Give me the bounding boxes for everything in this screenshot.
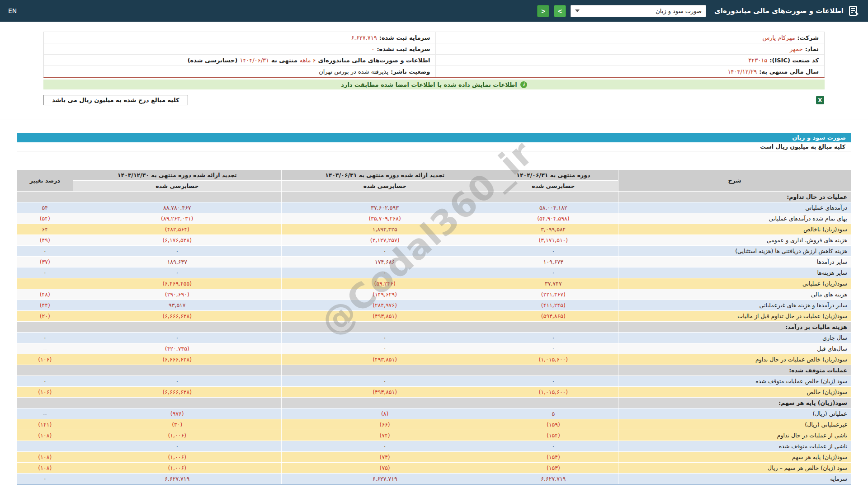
row-label: سایر درآمدها <box>618 257 851 267</box>
company-info-row: شرکت: مهرکام پارس سرمایه ثبت شده: ۶,۶۲۷,… <box>44 32 824 43</box>
value-cell <box>73 365 281 376</box>
income-statement-section: صورت سود و زیان کلیه مبالغ به میلیون ریا… <box>17 133 851 485</box>
divider <box>0 119 868 119</box>
isic-code-field: کد صنعت (ISIC): ۳۴۳۰۱۵ <box>435 55 824 66</box>
statement-row: سود(زیان) پایه هر سهم(۱۵۴)(۷۴)(۱,۰۰۶)(۱۰… <box>17 452 851 463</box>
value-cell: ۰ <box>73 267 281 278</box>
change-percent-cell: ۰ <box>17 333 73 343</box>
company-info-panel: شرکت: مهرکام پارس سرمایه ثبت شده: ۶,۶۲۷,… <box>43 32 825 78</box>
statement-row: ناشی از عملیات در حال تداوم(۱۵۴)(۷۴)(۱,۰… <box>17 430 851 441</box>
symbol-field: نماد: خمهر <box>435 43 824 54</box>
value-cell: ۵۸,۰۰۴,۱۸۲ <box>488 202 618 213</box>
value-cell: ۵ <box>488 408 618 419</box>
page-title: اطلاعات و صورت‌های مالی میاندوره‌ای <box>714 7 844 15</box>
unregistered-capital-field: سرمایه ثبت نشده: ۰ <box>44 43 435 54</box>
change-percent-cell <box>17 192 73 202</box>
registered-capital-field: سرمایه ثبت شده: ۶,۶۲۷,۷۱۹ <box>44 32 435 43</box>
value-cell: ۰ <box>488 333 618 343</box>
income-statement-table: شرح دوره منتهی به ۱۴۰۴/۰۶/۳۱ تجدید ارائه… <box>17 169 851 485</box>
value-cell: (۸) <box>281 408 488 419</box>
statement-row: ناشی از عملیات متوقف شده۰۰۰ <box>17 441 851 452</box>
company-field-label: شرکت: <box>797 34 819 41</box>
value-cell: (۷۴) <box>281 452 488 463</box>
value-cell: (۱۵۳) <box>488 463 618 474</box>
codal-logo-icon <box>848 5 860 17</box>
info-icon: i <box>520 81 527 88</box>
row-label: سود(زیان) عملیاتی <box>618 278 851 289</box>
value-cell: ۰ <box>281 333 488 343</box>
company-field-value: ۰ <box>371 46 374 52</box>
statement-row: سال جاری۰۰۰۰ <box>17 333 851 343</box>
value-cell <box>281 365 488 376</box>
change-percent-cell: (۱۴۱) <box>17 419 73 430</box>
signature-match-notice: i اطلاعات نمایش داده شده با اطلاعات امضا… <box>43 80 825 89</box>
column-header-description: شرح <box>618 170 851 192</box>
company-field-value: خمهر <box>790 46 803 52</box>
company-field-label: کد صنعت (ISIC): <box>769 57 819 64</box>
value-cell: ۱۰۹,۶۷۳ <box>488 257 618 267</box>
value-cell <box>488 322 618 333</box>
value-cell: (۳۰) <box>73 419 281 430</box>
value-cell: ۰ <box>488 441 618 452</box>
units-note-label: کلیه مبالغ درج شده به میلیون ریال می باش… <box>43 95 188 105</box>
language-toggle[interactable]: EN <box>8 7 17 14</box>
value-cell: (۵۴,۹۰۴,۵۹۸) <box>488 213 618 224</box>
change-percent-cell: ۰ <box>17 246 73 257</box>
section-header-row: عملیات در حال تداوم: <box>17 192 851 202</box>
statement-units-note: کلیه مبالغ به میلیون ریال است <box>17 142 851 151</box>
value-cell: (۶,۶۶۶,۶۲۸) <box>73 311 281 322</box>
value-cell: (۱,۰۱۵,۶۰۰) <box>488 354 618 365</box>
value-cell: (۴۱۱,۲۴۵) <box>488 300 618 311</box>
change-percent-cell: (۴۹) <box>17 235 73 246</box>
company-field-label: وضعیت ناشر: <box>391 68 430 75</box>
company-field-value: پذیرفته شده در بورس تهران <box>319 68 388 75</box>
section-header-row: سود(زیان) پایه هر سهم: <box>17 398 851 408</box>
period-date: ۱۴۰۴/۰۶/۳۱ <box>240 57 269 64</box>
value-cell: (۴۹۳,۸۵۱) <box>281 387 488 398</box>
change-percent-cell: -- <box>17 408 73 419</box>
next-statement-button[interactable]: > <box>554 5 566 17</box>
row-label: سرمایه <box>618 474 851 484</box>
excel-export-button[interactable]: X <box>816 95 825 105</box>
value-cell: (۲۹۰,۶۹۰) <box>73 289 281 300</box>
change-percent-cell: (۴۴) <box>17 300 73 311</box>
period-text: اطلاعات و صورت‌های مالی میاندوره‌ای <box>318 57 430 64</box>
value-cell: (۱۵۹) <box>488 419 618 430</box>
value-cell: (۹۷۶) <box>73 408 281 419</box>
statement-row: سایر درآمدها و هزینه های غیرعملیاتی(۴۱۱,… <box>17 300 851 311</box>
row-label: عملیات در حال تداوم: <box>618 192 851 202</box>
section-header-row: عملیات متوقف شده: <box>17 365 851 376</box>
row-label: ناشی از عملیات متوقف شده <box>618 441 851 452</box>
value-cell <box>73 398 281 408</box>
value-cell <box>281 322 488 333</box>
units-row: X کلیه مبالغ درج شده به میلیون ریال می ب… <box>43 95 825 105</box>
change-percent-cell: ۰ <box>17 474 73 484</box>
company-field-label: سرمایه ثبت نشده: <box>377 46 430 52</box>
change-percent-cell: ۵۴ <box>17 202 73 213</box>
statement-row: سود(زیان) ناخالص۳,۰۹۹,۵۸۴۱,۸۹۳,۳۲۵(۴۸۲,۵… <box>17 224 851 235</box>
value-cell: (۱,۰۱۵,۶۰۰) <box>488 387 618 398</box>
change-percent-cell: -- <box>17 278 73 289</box>
value-cell: ۰ <box>281 376 488 387</box>
value-cell: ۰ <box>281 441 488 452</box>
value-cell: (۶,۴۶۹,۴۵۵) <box>73 278 281 289</box>
company-info-row: سال مالی منتهی به: ۱۴۰۴/۱۲/۲۹ وضعیت ناشر… <box>44 66 824 77</box>
company-name-field: شرکت: مهرکام پارس <box>435 32 824 43</box>
row-label: سال‌های قبل <box>618 343 851 354</box>
previous-statement-button[interactable]: < <box>537 5 549 17</box>
value-cell: ۰ <box>488 267 618 278</box>
value-cell: (۴۹۳,۸۵۱) <box>281 354 488 365</box>
statement-row: سود (زیان) خالص هر سهم – ریال(۱۵۳)(۷۵)(۱… <box>17 463 851 474</box>
row-label: سایر هزینه‌ها <box>618 267 851 278</box>
statement-select[interactable]: صورت سود و زیان <box>571 5 706 17</box>
statement-row: سود(زیان) خالص(۱,۰۱۵,۶۰۰)(۴۹۳,۸۵۱)(۶,۶۶۶… <box>17 387 851 398</box>
period-text: منتهی به <box>271 57 297 64</box>
company-field-label: نماد: <box>805 46 819 52</box>
value-cell: ۰ <box>73 333 281 343</box>
column-header-change-percent: درصد تغییر <box>17 170 73 192</box>
company-info-row: کد صنعت (ISIC): ۳۴۳۰۱۵ اطلاعات و صورت‌ها… <box>44 54 824 66</box>
value-cell: ۳۷,۷۴۷ <box>488 278 618 289</box>
audit-status-header: حسابرسی شده <box>73 181 281 192</box>
value-cell: (۶,۱۷۶,۵۲۸) <box>73 235 281 246</box>
top-bar: اطلاعات و صورت‌های مالی میاندوره‌ای صورت… <box>0 0 868 22</box>
